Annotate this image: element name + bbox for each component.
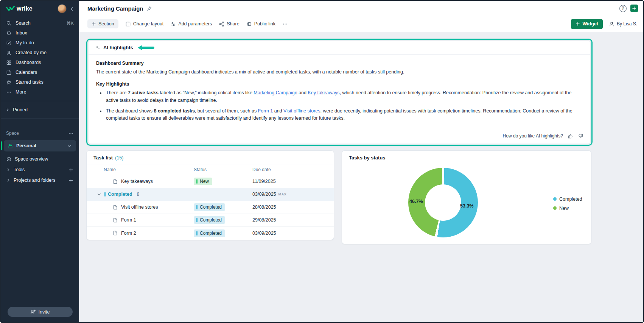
status-badge-new[interactable]: New	[194, 178, 212, 185]
add-parameters-button[interactable]: Add parameters	[170, 21, 212, 27]
tasks-by-status-widget: Tasks by status 46.7% 53.3% Completed	[342, 150, 591, 244]
table-row[interactable]: Form 1 Completed 29/08/2025	[87, 214, 334, 227]
space-section-header: Space	[1, 129, 79, 138]
globe-icon	[246, 21, 252, 27]
column-header-name[interactable]: Name	[87, 167, 194, 172]
sidebar-item-label: Search	[16, 20, 31, 26]
link-visit-offline-stores[interactable]: Visit offline stores	[283, 108, 320, 114]
space-more-icon[interactable]	[68, 131, 74, 136]
link-key-takeaways[interactable]: Key takeaways	[308, 90, 339, 95]
completed-group-row[interactable]: Completed 8 03/09/2025 MAX	[87, 188, 334, 201]
tasks-by-status-header: Tasks by status	[342, 151, 591, 164]
add-parameters-label: Add parameters	[178, 21, 212, 27]
sidebar-item-calendars[interactable]: Calendars	[1, 67, 79, 77]
bell-icon	[6, 30, 12, 36]
text-segment: There are	[106, 90, 128, 95]
chevron-right-icon	[6, 167, 11, 172]
legend-item-new[interactable]: New	[553, 206, 582, 211]
task-name: Form 2	[121, 231, 136, 236]
wrike-logo[interactable]: wrike	[6, 5, 55, 12]
space-item-label: Tools	[14, 167, 25, 172]
donut-chart-area: 46.7% 53.3% Completed New	[342, 164, 591, 240]
lock-icon	[8, 143, 13, 149]
table-row[interactable]: Form 2 Completed 03/09/2025	[87, 227, 334, 240]
column-header-due-date[interactable]: Due date	[252, 167, 334, 172]
sidebar-item-inbox[interactable]: Inbox	[1, 28, 79, 38]
text-segment: labeled as "New," including critical ite…	[159, 90, 254, 95]
thumbs-up-icon[interactable]	[568, 133, 573, 139]
legend-item-completed[interactable]: Completed	[553, 197, 582, 202]
text-segment: and	[297, 90, 308, 95]
share-button[interactable]: Share	[219, 21, 239, 27]
key-highlights-heading: Key Highlights	[96, 81, 583, 88]
chevron-right-icon	[5, 108, 10, 112]
sidebar-item-more[interactable]: More	[1, 87, 79, 97]
status-badge-completed[interactable]: Completed	[194, 216, 225, 224]
sidebar-item-dashboards[interactable]: Dashboards	[1, 58, 79, 67]
status-badge-completed[interactable]: Completed	[194, 229, 225, 237]
sidebar-item-space-overview[interactable]: Space overview	[1, 154, 79, 164]
widgets-row: Task list (15) Name Status Due date Key …	[86, 150, 643, 244]
add-section-button[interactable]: Section	[87, 19, 118, 28]
sidebar-collapse-icon[interactable]	[69, 6, 75, 12]
ellipsis-icon	[6, 89, 12, 95]
grid-icon	[6, 60, 12, 66]
bold-segment: 8 completed tasks	[154, 108, 194, 114]
byline-label: By Lisa S.	[617, 21, 637, 27]
sidebar-top: wrike	[1, 1, 79, 17]
status-badge-completed[interactable]: Completed	[194, 203, 225, 211]
add-widget-button[interactable]: Widget	[571, 19, 603, 29]
column-header-status[interactable]: Status	[194, 167, 252, 172]
user-avatar[interactable]	[58, 4, 67, 13]
toolbar-more-button[interactable]	[282, 21, 288, 27]
highlight-bullet: The dashboard shows 8 completed tasks, b…	[105, 108, 583, 122]
sidebar-item-label: My to-do	[16, 40, 34, 45]
invite-button[interactable]: Invite	[8, 307, 73, 317]
sidebar-item-created-by-me[interactable]: Created by me	[1, 48, 79, 58]
space-selector-personal[interactable]: Personal	[4, 140, 76, 151]
topbar: Marketing Campaign ?	[79, 1, 643, 16]
table-row[interactable]: Visit offline stores Completed 28/08/202…	[87, 201, 334, 214]
calendar-icon	[6, 70, 12, 75]
dashboard-content: AI highlights Dashboard Summary The curr…	[79, 32, 643, 322]
pin-icon[interactable]	[146, 6, 152, 11]
sparkle-icon	[95, 45, 100, 50]
table-row[interactable]: Key takeaways New 11/09/2025	[87, 175, 334, 188]
link-form-1[interactable]: Form 1	[258, 108, 273, 114]
task-name: Form 1	[121, 217, 136, 223]
highlight-bullet: There are 7 active tasks labeled as "New…	[105, 89, 583, 104]
thumbs-down-icon[interactable]	[578, 133, 583, 139]
app-window: wrike Search ⌘K Inbox My to-do	[0, 0, 644, 323]
change-layout-button[interactable]: Change layout	[125, 21, 164, 27]
add-tools-icon[interactable]	[68, 167, 74, 173]
task-list-widget: Task list (15) Name Status Due date Key …	[86, 150, 334, 240]
public-link-label: Public link	[254, 21, 275, 27]
task-icon	[112, 230, 118, 236]
group-count: 8	[137, 192, 140, 197]
chevron-down-icon	[67, 143, 72, 149]
tasks-by-status-title: Tasks by status	[349, 155, 386, 161]
sidebar-item-starred-tasks[interactable]: Starred tasks	[1, 77, 79, 87]
task-name: Visit offline stores	[121, 204, 158, 210]
ai-highlights-annotation-box: AI highlights Dashboard Summary The curr…	[86, 39, 593, 146]
ai-highlights-title: AI highlights	[103, 45, 133, 50]
key-highlights-list: There are 7 active tasks labeled as "New…	[105, 89, 583, 122]
chevron-down-icon[interactable]	[97, 192, 101, 197]
legend-label: Completed	[559, 197, 582, 202]
sidebar-item-tools[interactable]: Tools	[1, 164, 79, 175]
sidebar-item-my-todo[interactable]: My to-do	[1, 38, 79, 48]
due-date: 28/08/2025	[252, 204, 334, 210]
add-project-icon[interactable]	[68, 178, 74, 183]
toolbar-right: Widget By Lisa S.	[571, 19, 637, 29]
help-icon[interactable]: ?	[619, 5, 627, 12]
byline-filter[interactable]: By Lisa S.	[609, 21, 637, 27]
sidebar-item-projects-and-folders[interactable]: Projects and folders	[1, 175, 79, 186]
link-marketing-campaign[interactable]: Marketing Campaign	[254, 90, 297, 95]
main-area: Marketing Campaign ? Section Change layo…	[79, 1, 643, 322]
public-link-button[interactable]: Public link	[246, 21, 275, 27]
sidebar-item-search[interactable]: Search ⌘K	[1, 18, 79, 28]
global-add-button[interactable]	[630, 5, 638, 12]
sidebar-pinned-toggle[interactable]: Pinned	[1, 105, 79, 115]
sidebar-item-label: Dashboards	[16, 60, 41, 65]
person-icon	[6, 50, 12, 56]
